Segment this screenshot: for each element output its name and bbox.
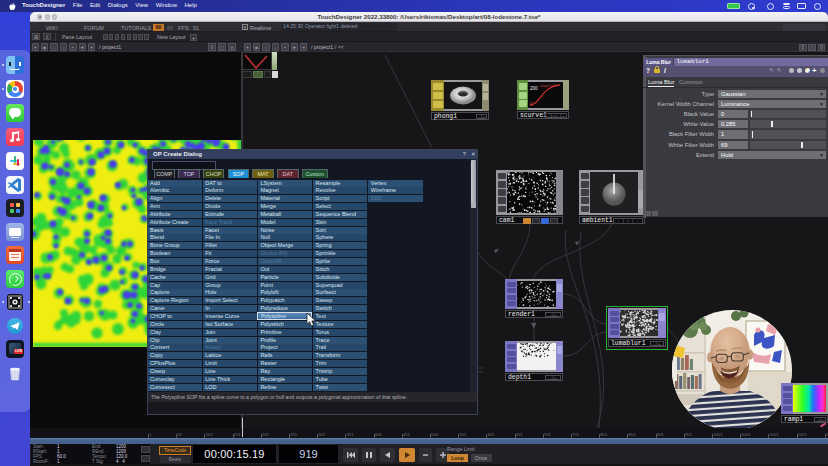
svg-text:200: 200 [530,86,538,91]
svg-text:0: 0 [530,102,533,107]
svg-text:chop1 ▾ 0: chop1 ▾ 0 [540,84,556,88]
